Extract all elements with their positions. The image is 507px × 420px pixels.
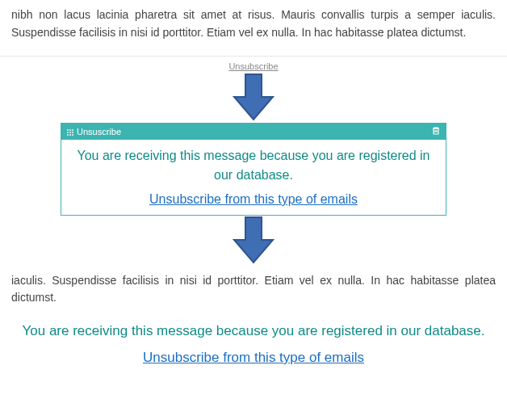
final-message: You are receiving this message because y… <box>16 321 491 342</box>
unsubscribe-component: Unsuscribe You are receiving this messag… <box>61 123 446 215</box>
component-body: You are receiving this message because y… <box>61 140 446 214</box>
trash-icon[interactable] <box>431 126 441 137</box>
svg-point-4 <box>69 132 71 133</box>
arrow-down-icon <box>229 216 278 266</box>
unsubscribe-small-link[interactable]: Unsubscribe <box>0 61 507 71</box>
component-header[interactable]: Unsuscribe <box>61 124 446 140</box>
svg-point-5 <box>72 132 73 133</box>
svg-point-1 <box>69 129 71 131</box>
component-unsubscribe-link[interactable]: Unsubscribe from this type of emails <box>149 192 358 206</box>
intro-paragraph-1: nibh non lacus lacinia pharetra sit amet… <box>0 0 507 48</box>
svg-point-8 <box>72 134 73 136</box>
svg-point-2 <box>72 129 73 131</box>
component-title: Unsuscribe <box>77 127 431 136</box>
drag-handle-icon[interactable] <box>66 128 73 136</box>
final-rendered-block: You are receiving this message because y… <box>0 313 507 377</box>
svg-point-7 <box>69 134 71 136</box>
component-message: You are receiving this message because y… <box>68 146 439 183</box>
svg-point-6 <box>67 134 69 136</box>
final-unsubscribe-link[interactable]: Unsubscribe from this type of emails <box>143 350 364 365</box>
svg-point-0 <box>67 129 69 131</box>
divider <box>0 56 507 57</box>
arrow-bottom-wrap <box>0 216 507 266</box>
arrow-top-wrap <box>0 73 507 123</box>
arrow-down-icon <box>229 73 278 123</box>
svg-point-3 <box>67 132 69 133</box>
svg-rect-9 <box>434 128 438 134</box>
intro-paragraph-2: iaculis. Suspendisse facilisis in nisi i… <box>0 266 507 313</box>
